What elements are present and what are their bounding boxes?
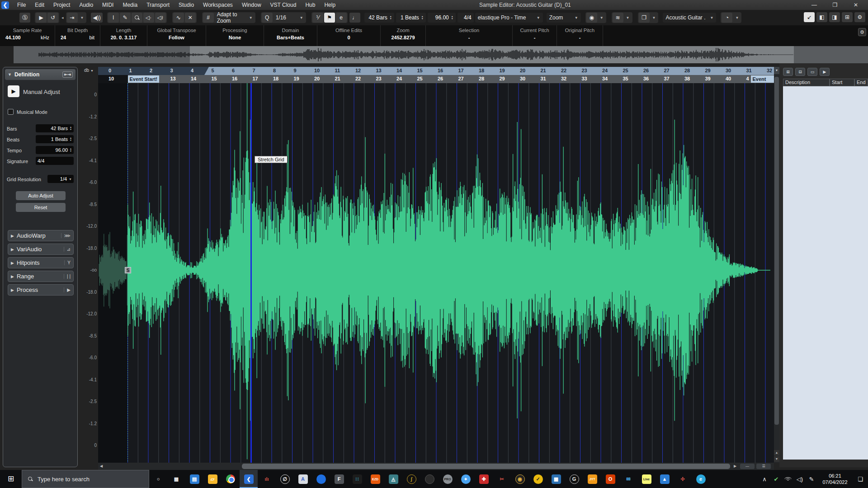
menu-audio[interactable]: Audio: [75, 2, 98, 8]
event-end-marker[interactable]: Event End: [751, 75, 774, 83]
close-button[interactable]: ✕: [845, 0, 866, 10]
section-audiowarp[interactable]: ▶AudioWarp⋙: [8, 230, 74, 241]
setup-window-layout-button[interactable]: ⊞: [842, 12, 853, 22]
taskbar-clock[interactable]: 06:2107/04/2022: [817, 473, 853, 485]
info-zoom[interactable]: Zoom2452.8279: [381, 25, 426, 46]
info-global-transpose[interactable]: Global TransposeFollow: [147, 25, 206, 46]
layer-options-button[interactable]: ≋: [613, 13, 623, 23]
elastique-warp-button[interactable]: e: [336, 13, 347, 23]
view-options-button[interactable]: ◉: [586, 13, 597, 23]
process-icon[interactable]: ▶: [64, 287, 71, 292]
info-bit-depth[interactable]: Bit Depth24bit: [55, 25, 100, 46]
norton-icon[interactable]: ✓: [529, 470, 547, 488]
info-sample-rate[interactable]: Sample Rate44.100kHz: [0, 25, 55, 46]
levels-icon[interactable]: ılı: [258, 470, 276, 488]
draw-tool[interactable]: ✎: [120, 13, 131, 23]
bars-field[interactable]: 42 Bars▲▼: [36, 124, 74, 132]
algorithm-dropdown[interactable]: elastique Pro - Time▼: [475, 13, 543, 23]
triplet-grid-button[interactable]: ⅟: [312, 13, 323, 23]
chrome-icon[interactable]: [222, 470, 240, 488]
reset-button[interactable]: Reset: [16, 203, 66, 212]
scroll-left-arrow[interactable]: ◀: [98, 463, 104, 469]
file-explorer-icon[interactable]: ▱: [203, 470, 222, 488]
chevron-down-icon[interactable]: ▼: [650, 16, 658, 20]
audiowarp-icon[interactable]: ⋙: [61, 233, 71, 238]
notification-center-icon[interactable]: ❏: [853, 470, 868, 488]
info-current-pitch[interactable]: Current Pitch-: [513, 25, 557, 46]
signature-field[interactable]: 4/4: [458, 13, 474, 23]
chevron-down-icon[interactable]: ▼: [297, 16, 306, 20]
tempo-field[interactable]: 96.00▲▼: [428, 13, 456, 23]
pen-icon[interactable]: ✎: [806, 470, 817, 488]
zoom-mode-dropdown[interactable]: Zoom▼: [547, 13, 581, 23]
section-process[interactable]: ▶Process▶: [8, 284, 74, 296]
edge-icon[interactable]: e: [692, 470, 710, 488]
info-offline-edits[interactable]: Offline Edits0: [317, 25, 381, 46]
regions-table-body[interactable]: [783, 86, 868, 460]
restore-button[interactable]: ❐: [825, 0, 845, 10]
remove-region-button[interactable]: ⊟: [795, 68, 805, 76]
regions-header-description[interactable]: Description: [783, 79, 830, 86]
waveform-overview[interactable]: [14, 46, 868, 63]
play-region-button[interactable]: ▶: [820, 68, 830, 76]
show-right-zone-button[interactable]: ◨: [829, 12, 840, 22]
ezdrummer-icon[interactable]: EZD: [366, 470, 384, 488]
info-line-settings-icon[interactable]: ⚙: [858, 28, 866, 36]
taskbar-search-box[interactable]: Type here to search: [22, 470, 149, 488]
loop-button[interactable]: ↺: [47, 13, 58, 23]
musical-mode-toolbar-button[interactable]: ♩: [349, 13, 360, 23]
track-dropdown[interactable]: Acoustic Guitar .▼: [663, 13, 716, 23]
acoustic-feedback-button[interactable]: ◀)): [91, 13, 102, 23]
info-length[interactable]: Length20. 0. 3.117: [100, 25, 147, 46]
pin-app-icon[interactable]: ⌖: [457, 470, 475, 488]
free-warp-button[interactable]: ⚑: [324, 13, 335, 23]
manual-adjust-button[interactable]: ▶: [8, 85, 19, 97]
gold-badge-icon[interactable]: ◉: [511, 470, 529, 488]
task-view-icon[interactable]: ▦: [167, 470, 185, 488]
ruler-definition[interactable]: 1013141516171819202122232425262728293031…: [98, 75, 774, 83]
info-processing[interactable]: ProcessingNone: [206, 25, 264, 46]
info-original-pitch[interactable]: Original Pitch-: [557, 25, 603, 46]
hitpoints-filter-icon[interactable]: Y: [64, 260, 71, 265]
feedback-bubble-button[interactable]: ◔: [722, 13, 732, 23]
toolbar-settings-button[interactable]: ⚙: [854, 12, 865, 22]
defender-icon[interactable]: ✔: [770, 470, 782, 488]
spinner-icon[interactable]: ▲▼: [70, 148, 72, 152]
facebook-icon[interactable]: F: [330, 470, 348, 488]
grid-resolution-dropdown[interactable]: 1/4 ▼: [47, 175, 74, 183]
menu-studio[interactable]: Studio: [174, 2, 198, 8]
zoom-tool[interactable]: [132, 13, 142, 23]
grid-app-icon[interactable]: ∷: [348, 470, 366, 488]
menu-transport[interactable]: Transport: [142, 2, 174, 8]
menu-project[interactable]: Project: [49, 2, 75, 8]
menu-window[interactable]: Window: [237, 2, 266, 8]
info-selection[interactable]: Selection-: [426, 25, 513, 46]
tempo-field[interactable]: 96.00▲▼: [36, 146, 74, 154]
scroll-right-arrow[interactable]: ▶: [732, 463, 738, 469]
musical-mode-checkbox[interactable]: [8, 109, 14, 115]
vertical-zoom-in-icon[interactable]: ▲: [774, 450, 779, 455]
menu-midi[interactable]: MIDI: [98, 2, 118, 8]
add-region-button[interactable]: ⊞: [783, 68, 793, 76]
select-region-button[interactable]: ▭: [807, 68, 817, 76]
signature-field[interactable]: 4/4: [36, 157, 74, 165]
auto-adjust-button[interactable]: Auto Adjust: [16, 191, 66, 200]
scissors-icon[interactable]: ✂: [493, 470, 511, 488]
vertical-scrollbar-thumb[interactable]: [774, 77, 779, 425]
g-circle-icon[interactable]: G: [565, 470, 583, 488]
ableton-live-icon[interactable]: Live: [637, 470, 656, 488]
regions-header-start[interactable]: Start: [830, 79, 854, 86]
mail-app-icon[interactable]: ▤: [185, 470, 203, 488]
start-button[interactable]: ⊞: [0, 470, 22, 488]
grid-button[interactable]: #: [203, 13, 214, 23]
volume-icon[interactable]: ◁): [794, 470, 806, 488]
menu-file[interactable]: File: [13, 2, 30, 8]
bars-field[interactable]: 42 Bars▲▼: [364, 13, 394, 23]
waveform-display[interactable]: [98, 83, 774, 463]
sphere-icon[interactable]: [312, 470, 330, 488]
zoom-out-mini-button[interactable]: —: [740, 464, 755, 469]
range-icon[interactable]: | |: [64, 274, 71, 279]
event-start-marker[interactable]: Event Start!: [128, 75, 160, 83]
grid-type-dropdown[interactable]: Adapt to Zoom: [214, 11, 247, 24]
quantize-dropdown[interactable]: 1/16: [273, 14, 289, 21]
